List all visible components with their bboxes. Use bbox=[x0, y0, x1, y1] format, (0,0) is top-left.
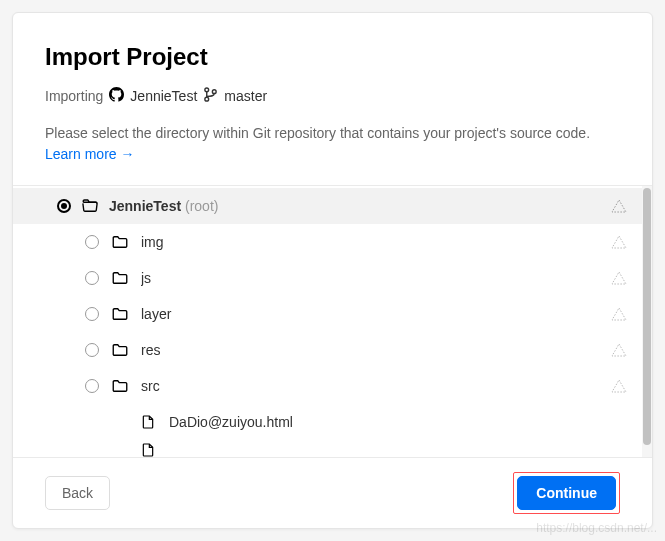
branch-icon bbox=[203, 87, 218, 105]
file-icon bbox=[139, 413, 157, 431]
importing-label: Importing bbox=[45, 88, 103, 104]
tree-row-file[interactable]: DaDio@zuiyou.html bbox=[13, 404, 642, 440]
radio-icon[interactable] bbox=[85, 307, 99, 321]
folder-icon bbox=[111, 377, 129, 395]
folder-icon bbox=[111, 269, 129, 287]
tree-item-label: res bbox=[141, 342, 598, 358]
tree-row-folder[interactable]: res bbox=[13, 332, 642, 368]
file-icon bbox=[139, 441, 157, 457]
import-project-modal: Import Project Importing JennieTest mast… bbox=[12, 12, 653, 529]
learn-more-link[interactable]: Learn more → bbox=[45, 146, 134, 162]
radio-icon[interactable] bbox=[85, 235, 99, 249]
scrollbar[interactable] bbox=[642, 186, 652, 457]
tree-row-folder[interactable]: img bbox=[13, 224, 642, 260]
tree-item-label: img bbox=[141, 234, 598, 250]
continue-button[interactable]: Continue bbox=[517, 476, 616, 510]
radio-selected-icon[interactable] bbox=[57, 199, 71, 213]
scrollbar-thumb[interactable] bbox=[643, 188, 651, 445]
tree-item-label: JennieTest (root) bbox=[109, 198, 600, 214]
page-title: Import Project bbox=[45, 43, 620, 71]
importing-info: Importing JennieTest master bbox=[45, 87, 620, 105]
folder-icon bbox=[111, 341, 129, 359]
description: Please select the directory within Git r… bbox=[45, 123, 620, 165]
modal-header: Import Project Importing JennieTest mast… bbox=[13, 13, 652, 185]
folder-open-icon bbox=[81, 197, 99, 215]
tree-item-label: layer bbox=[141, 306, 598, 322]
tree-row-file-partial[interactable] bbox=[13, 440, 642, 457]
back-button[interactable]: Back bbox=[45, 476, 110, 510]
tree-item-label: DaDio@zuiyou.html bbox=[169, 414, 628, 430]
tree-row-folder[interactable]: src bbox=[13, 368, 642, 404]
folder-icon bbox=[111, 305, 129, 323]
description-text: Please select the directory within Git r… bbox=[45, 125, 590, 141]
file-tree-container: JennieTest (root) img bbox=[13, 185, 652, 457]
framework-icon bbox=[610, 377, 628, 395]
tree-row-folder[interactable]: js bbox=[13, 260, 642, 296]
modal-footer: Back Continue bbox=[13, 457, 652, 528]
framework-icon bbox=[610, 197, 628, 215]
continue-highlight: Continue bbox=[513, 472, 620, 514]
folder-icon bbox=[111, 233, 129, 251]
radio-icon[interactable] bbox=[85, 379, 99, 393]
tree-item-label: js bbox=[141, 270, 598, 286]
radio-icon[interactable] bbox=[85, 343, 99, 357]
repo-name: JennieTest bbox=[130, 88, 197, 104]
framework-icon bbox=[610, 341, 628, 359]
branch-name: master bbox=[224, 88, 267, 104]
tree-row-folder[interactable]: layer bbox=[13, 296, 642, 332]
radio-icon[interactable] bbox=[85, 271, 99, 285]
file-tree[interactable]: JennieTest (root) img bbox=[13, 186, 642, 457]
framework-icon bbox=[610, 269, 628, 287]
framework-icon bbox=[610, 305, 628, 323]
framework-icon bbox=[610, 233, 628, 251]
github-icon bbox=[109, 87, 124, 105]
tree-row-root[interactable]: JennieTest (root) bbox=[13, 188, 642, 224]
tree-item-label: src bbox=[141, 378, 598, 394]
